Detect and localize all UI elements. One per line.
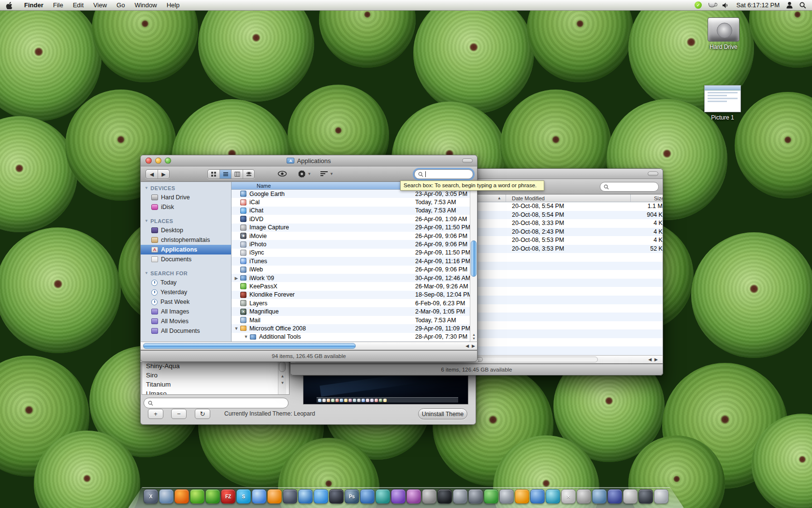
view-switcher[interactable] bbox=[207, 169, 255, 179]
dock-limewire-icon[interactable] bbox=[205, 489, 220, 504]
disclosure-triangle-icon[interactable]: ▼ bbox=[145, 219, 148, 223]
dock-teal-app-icon[interactable] bbox=[376, 489, 390, 504]
sidebar-item-all-documents[interactable]: All Documents bbox=[141, 326, 231, 336]
vertical-scrollbar[interactable]: ▲▼ bbox=[470, 190, 477, 342]
dock-camera-app-icon[interactable] bbox=[422, 489, 436, 504]
menu-view[interactable]: View bbox=[88, 0, 112, 10]
menu-window[interactable]: Window bbox=[130, 0, 161, 10]
icon-view-button[interactable] bbox=[208, 170, 219, 179]
table-row[interactable]: iSync29-Apr-09, 11:50 PM bbox=[232, 249, 477, 257]
disclosure-triangle-icon[interactable]: ▼ bbox=[243, 334, 249, 339]
dock-purple-app-icon[interactable] bbox=[391, 489, 406, 504]
caffeine-cup-icon[interactable] bbox=[709, 3, 715, 7]
scrollbar-thumb[interactable] bbox=[143, 343, 356, 349]
sidebar-item-past-week[interactable]: Past Week bbox=[141, 297, 231, 307]
dock-indigo-app-icon[interactable] bbox=[608, 489, 622, 504]
dock-safari-icon[interactable] bbox=[298, 489, 313, 504]
table-row[interactable]: iWeb26-Apr-09, 9:06 PM bbox=[232, 266, 477, 274]
desktop-icon-picture-1[interactable]: Picture 1 bbox=[696, 85, 749, 121]
menu-bar-clock[interactable]: Sat 6:17:12 PM bbox=[736, 1, 780, 9]
sidebar-item-idisk[interactable]: iDisk bbox=[141, 202, 231, 212]
theme-list-item[interactable]: Siro bbox=[142, 371, 289, 380]
name-column-header[interactable]: Name bbox=[232, 182, 414, 189]
table-row[interactable]: ▼Microsoft Office 200829-Apr-09, 11:09 P… bbox=[232, 324, 477, 332]
table-row[interactable]: Google Earth23-Apr-09, 3:05 PM bbox=[232, 190, 477, 198]
table-row[interactable]: iChatToday, 7:53 AM bbox=[232, 207, 477, 215]
dock-dark-app-icon[interactable] bbox=[283, 489, 297, 504]
scroll-up-arrow-icon[interactable]: ▲ bbox=[470, 333, 477, 337]
sidebar-item-today[interactable]: Today bbox=[141, 278, 231, 287]
dock-orange-folder-icon[interactable] bbox=[515, 489, 529, 504]
spotlight-icon[interactable] bbox=[799, 2, 806, 9]
dock-dark-gray-app-icon[interactable] bbox=[638, 489, 653, 504]
menu-help[interactable]: Help bbox=[162, 0, 185, 10]
sidebar-item-all-movies[interactable]: All Movies bbox=[141, 316, 231, 326]
volume-icon[interactable] bbox=[722, 2, 729, 9]
arrange-menu-button[interactable]: ▼ bbox=[320, 171, 334, 177]
sidebar-item-hard-drive[interactable]: Hard Drive bbox=[141, 193, 231, 202]
menu-finder[interactable]: Finder bbox=[19, 0, 48, 10]
dock-photoshop-icon[interactable]: Ps bbox=[345, 489, 359, 504]
refresh-themes-button[interactable]: ↻ bbox=[195, 409, 210, 419]
horizontal-scrollbar[interactable]: ◀▶ bbox=[140, 342, 478, 350]
table-row[interactable]: Image Capture29-Apr-09, 11:50 PM bbox=[232, 224, 477, 232]
disclosure-triangle-icon[interactable]: ▶ bbox=[233, 276, 239, 281]
table-row[interactable]: ▶iWork '0930-Apr-09, 12:46 AM bbox=[232, 274, 477, 282]
file-list[interactable]: Name Google Earth23-Apr-09, 3:05 PMiCalT… bbox=[232, 182, 477, 342]
window-titlebar[interactable]: A Applications bbox=[140, 155, 478, 166]
back-button[interactable]: ◀ bbox=[146, 170, 158, 179]
theme-list[interactable]: Shiny-AquaSiroTitaniumUmaso ▲ ▼ bbox=[142, 360, 290, 395]
toolbar-lozenge-button[interactable] bbox=[462, 159, 473, 163]
table-row[interactable]: iPhoto26-Apr-09, 9:06 PM bbox=[232, 240, 477, 248]
zoom-button[interactable] bbox=[165, 158, 171, 164]
dock-cross-app-icon[interactable]: ✕ bbox=[561, 489, 576, 504]
table-row[interactable]: iTunes24-Apr-09, 11:16 PM bbox=[232, 257, 477, 265]
dock-filezilla-icon[interactable]: FZ bbox=[221, 489, 235, 504]
table-row[interactable]: ✕Magnifique2-Mar-09, 1:05 PM bbox=[232, 307, 477, 315]
size-column-header[interactable]: Size bbox=[654, 195, 663, 201]
dock-x11-icon[interactable]: X bbox=[144, 489, 158, 504]
sidebar-item-all-images[interactable]: All Images bbox=[141, 307, 231, 316]
uninstall-theme-button[interactable]: Uninstall Theme bbox=[418, 408, 467, 419]
dock-green-arrow-icon[interactable] bbox=[484, 489, 498, 504]
scroll-right-arrow-icon[interactable]: ▶ bbox=[654, 357, 658, 362]
dock-light-app-icon[interactable] bbox=[623, 489, 638, 504]
date-modified-column-header[interactable]: Date Modified bbox=[512, 195, 545, 201]
scrollbar-thumb[interactable] bbox=[471, 240, 477, 277]
dock-terminal-icon[interactable] bbox=[437, 489, 452, 504]
theme-list-item[interactable]: Titanium bbox=[142, 380, 289, 389]
sidebar-item-applications[interactable]: AApplications bbox=[141, 245, 231, 254]
dock-adium-icon[interactable] bbox=[190, 489, 204, 504]
dock-keychain-icon[interactable] bbox=[499, 489, 514, 504]
dock-ichat-icon[interactable] bbox=[314, 489, 328, 504]
add-theme-button[interactable]: + bbox=[148, 409, 163, 419]
scroll-down-arrow-icon[interactable]: ▼ bbox=[470, 337, 477, 341]
table-row[interactable]: iCalToday, 7:53 AM bbox=[232, 198, 477, 206]
scrollbar-thumb[interactable] bbox=[279, 361, 286, 372]
scroll-right-arrow-icon[interactable]: ▶ bbox=[472, 344, 475, 348]
scroll-down-arrow-icon[interactable]: ▼ bbox=[278, 381, 287, 385]
remove-theme-button[interactable]: − bbox=[171, 409, 187, 419]
sidebar-item-christophermaltais[interactable]: christophermaltais bbox=[141, 235, 231, 245]
table-row[interactable]: Layers6-Feb-09, 6:23 PM bbox=[232, 299, 477, 307]
sidebar-item-yesterday[interactable]: Yesterday bbox=[141, 287, 231, 297]
dock-vlc-icon[interactable] bbox=[267, 489, 282, 504]
table-row[interactable]: ▼Additional Tools28-Apr-09, 7:30 PM bbox=[232, 333, 477, 341]
search-field[interactable] bbox=[600, 182, 659, 192]
quick-look-button[interactable] bbox=[277, 170, 287, 177]
theme-list-scrollbar[interactable]: ▲ ▼ bbox=[278, 360, 286, 395]
dock-monitor-app-icon[interactable] bbox=[453, 489, 467, 504]
disclosure-triangle-icon[interactable]: ▼ bbox=[233, 326, 239, 331]
dock-pen-app-icon[interactable] bbox=[360, 489, 375, 504]
dock-quicktime-icon[interactable] bbox=[329, 489, 344, 504]
disclosure-triangle-icon[interactable]: ▼ bbox=[145, 186, 148, 190]
table-row[interactable]: Klondike Forever18-Sep-08, 12:04 PM bbox=[232, 291, 477, 299]
column-view-button[interactable] bbox=[231, 170, 243, 179]
action-menu-button[interactable]: ▼ bbox=[298, 170, 311, 178]
dock-itunes-icon[interactable] bbox=[252, 489, 266, 504]
menu-go[interactable]: Go bbox=[112, 0, 130, 10]
scroll-up-arrow-icon[interactable]: ▲ bbox=[278, 374, 287, 378]
table-row[interactable]: KeePassX26-Mar-09, 9:26 AM bbox=[232, 282, 477, 290]
menu-file[interactable]: File bbox=[48, 0, 68, 10]
dock-sync-app-icon[interactable] bbox=[530, 489, 545, 504]
